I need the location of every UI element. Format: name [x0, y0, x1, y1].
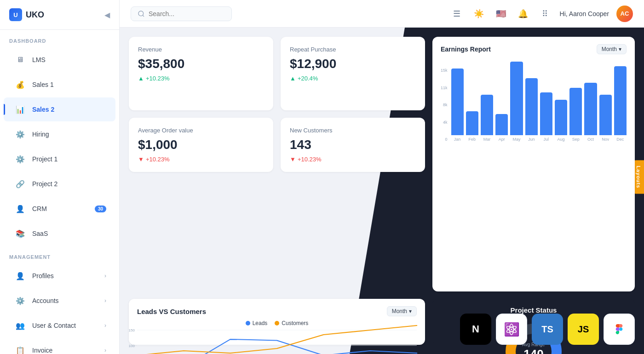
bar-label: Jan: [451, 137, 464, 142]
bar-label: Oct: [584, 137, 597, 142]
y-axis: 15k 11k 8k 4k 0: [441, 68, 449, 142]
sidebar-item-label: Profiles: [32, 272, 104, 280]
chevron-icon: ›: [104, 322, 106, 329]
bar-label: May: [510, 137, 523, 142]
sidebar-item-profiles[interactable]: 👤 Profiles ›: [4, 264, 115, 288]
repeat-value: $12,900: [290, 57, 416, 71]
figma-icon: [604, 314, 635, 345]
saas-icon: 📚: [13, 226, 28, 241]
svg-text:150: 150: [128, 329, 135, 332]
logo-text: UKO: [26, 10, 44, 20]
bar-label: Nov: [599, 137, 612, 142]
project1-icon: ⚙️: [13, 152, 28, 166]
new-customers-value: 143: [290, 137, 416, 152]
sidebar-item-sales1[interactable]: 💰 Sales 1: [4, 73, 115, 97]
profiles-icon: 👤: [13, 268, 28, 283]
main-content: ☰ ☀️ 🇺🇸 🔔 ⠿ Hi, Aaron Cooper AC Revenue …: [120, 0, 644, 354]
bar-label: Apr: [495, 137, 508, 142]
leads-period-btn[interactable]: Month ▾: [387, 306, 417, 316]
topbar: ☰ ☀️ 🇺🇸 🔔 ⠿ Hi, Aaron Cooper AC: [120, 0, 644, 28]
chevron-icon: ›: [104, 347, 106, 354]
flag-icon[interactable]: 🇺🇸: [494, 6, 508, 21]
chevron-icon: ›: [104, 297, 106, 304]
bar-label: Mar: [481, 137, 493, 142]
avg-value: 140: [522, 347, 545, 354]
earnings-title: Earnings Report: [441, 46, 491, 53]
crm-badge: 30: [95, 206, 106, 212]
active-indicator: [4, 104, 5, 115]
sidebar-item-project1[interactable]: ⚙️ Project 1: [4, 147, 115, 171]
bar: [569, 88, 582, 135]
bar-label: Sep: [569, 137, 582, 142]
management-section-label: MANAGEMENT: [0, 246, 119, 263]
sidebar-item-user-contact[interactable]: 👥 User & Contact ›: [4, 314, 115, 337]
earnings-card: Earnings Report Month ▾ 15k 11k 8k 4k 0: [432, 37, 635, 291]
bar: [510, 62, 523, 135]
invoice-icon: 📋: [13, 343, 28, 354]
leads-line-chart: 150 100 50 0 Sat Sun Mon Tue Wed Thu Fri: [137, 330, 417, 354]
repeat-label: Repeat Purchase: [290, 46, 416, 53]
repeat-purchase-card: Repeat Purchase $12,900 ▲ +20.4%: [281, 37, 425, 110]
collapse-button[interactable]: ◀: [104, 11, 110, 19]
search-icon: [138, 10, 145, 17]
bar-label: Jun: [525, 137, 538, 142]
bar: [614, 66, 627, 135]
apps-icon[interactable]: ⠿: [538, 6, 552, 21]
svg-line-1: [143, 15, 144, 17]
sidebar-item-sales2[interactable]: 📊 Sales 2: [4, 97, 115, 121]
nextjs-icon: N: [460, 314, 491, 345]
sales2-icon: 📊: [13, 102, 28, 117]
bar-label: Feb: [466, 137, 478, 142]
sidebar-item-label: LMS: [32, 56, 106, 63]
crm-icon: 👤: [13, 201, 28, 216]
sales1-icon: 💰: [13, 77, 28, 92]
search-box[interactable]: [131, 6, 232, 21]
menu-icon[interactable]: ☰: [449, 6, 464, 21]
bar: [525, 78, 538, 135]
sidebar-item-saas[interactable]: 📚 SaaS: [4, 222, 115, 246]
dashboard-section-label: DASHBOARD: [0, 30, 119, 47]
user-greeting: Hi, Aaron Cooper: [560, 10, 609, 17]
user-contact-icon: 👥: [13, 318, 28, 333]
bar: [451, 69, 464, 135]
customers-legend-item: Customers: [275, 320, 308, 326]
leads-title: Leads VS Customers: [137, 308, 206, 315]
logo: U UKO: [9, 8, 44, 21]
sidebar-item-label: Invoice: [32, 347, 104, 354]
sidebar-item-label: Project 2: [32, 180, 106, 188]
revenue-value: $35,800: [138, 57, 264, 71]
revenue-card: Revenue $35,800 ▲ +10.23%: [129, 37, 273, 110]
down-arrow-icon: ▼: [138, 156, 144, 163]
leads-legend: Leads Customers: [137, 320, 417, 326]
javascript-icon: JS: [568, 314, 599, 345]
sidebar-item-label: Accounts: [32, 297, 104, 304]
bar: [466, 111, 478, 135]
revenue-label: Revenue: [138, 46, 264, 53]
notification-icon[interactable]: 🔔: [516, 6, 530, 21]
leads-legend-item: Leads: [246, 320, 268, 326]
logo-icon: U: [9, 8, 22, 21]
sidebar-item-label: SaaS: [32, 230, 106, 237]
sidebar-item-project2[interactable]: 🔗 Project 2: [4, 172, 115, 196]
project2-icon: 🔗: [13, 177, 28, 191]
new-customers-label: New Customers: [290, 127, 416, 134]
sidebar-item-invoice[interactable]: 📋 Invoice ›: [4, 338, 115, 354]
topbar-right: ☰ ☀️ 🇺🇸 🔔 ⠿ Hi, Aaron Cooper AC: [449, 6, 633, 22]
accounts-icon: ⚙️: [13, 293, 28, 308]
chevron-icon: ›: [104, 273, 106, 279]
sidebar-item-accounts[interactable]: ⚙️ Accounts ›: [4, 289, 115, 313]
new-customers-card: New Customers 143 ▼ +10.23%: [281, 118, 425, 172]
sidebar-item-crm[interactable]: 👤 CRM 30: [4, 197, 115, 221]
customers-dot: [275, 321, 279, 325]
sidebar-item-hiring[interactable]: ⚙️ Hiring: [4, 122, 115, 146]
theme-icon[interactable]: ☀️: [472, 6, 486, 21]
bar-label: Aug: [555, 137, 567, 142]
search-input[interactable]: [149, 10, 222, 17]
bar: [555, 100, 567, 135]
earnings-period-select[interactable]: Month ▾: [597, 44, 627, 54]
avg-order-label: Average Order value: [138, 127, 264, 134]
sidebar-item-lms[interactable]: 🖥 LMS: [4, 48, 115, 72]
svg-point-0: [138, 11, 144, 16]
repeat-change: ▲ +20.4%: [290, 75, 416, 82]
leads-chart-card: Leads VS Customers Month ▾ Leads Custome…: [129, 299, 425, 345]
